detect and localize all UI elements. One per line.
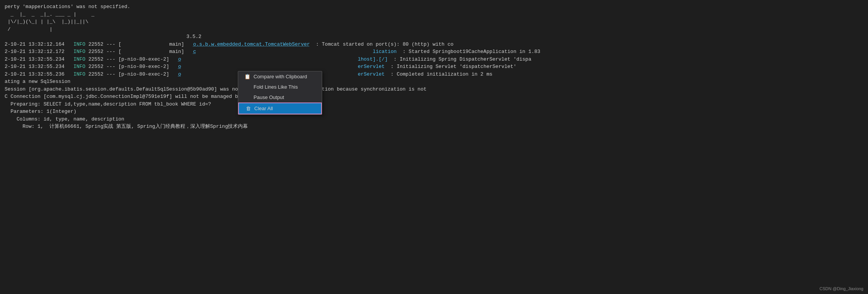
spring-banner: _ |_ _ _|_. ___ _ | _ |\/|_)(\_| | |_\ |… xyxy=(5,11,863,41)
pause-output-item[interactable]: Pause Output xyxy=(238,92,322,102)
log-line-row: Row: 1, 计算机66661, Spring实战 第五版, Spring入门… xyxy=(5,123,863,130)
watermark-text: CSDN @Ding_Jiaxiong xyxy=(820,286,864,291)
spring-version: 3.5.2 xyxy=(97,33,863,41)
csdn-watermark: CSDN @Ding_Jiaxiong xyxy=(820,286,864,291)
ascii-line-1: _ |_ _ _|_. ___ _ | _ xyxy=(5,11,863,18)
compare-clipboard-label: Compare with Clipboard xyxy=(254,74,307,79)
log-line-parameters: Parameters: 1(Integer) xyxy=(5,108,863,116)
compare-clipboard-item[interactable]: 📋 Compare with Clipboard xyxy=(238,71,322,82)
log-line-init2: 2-10-21 13:32:55.234 INFO 22552 --- [p-n… xyxy=(5,63,863,71)
log-line-completed: 2-10-21 13:32:55.236 INFO 22552 --- [p-n… xyxy=(5,71,863,78)
log-line-started: 2-10-21 13:32:12.172 INFO 22552 --- [ ma… xyxy=(5,48,863,56)
log-line-init1: 2-10-21 13:32:55.234 INFO 22552 --- [p-n… xyxy=(5,56,863,63)
pause-output-label: Pause Output xyxy=(254,94,284,100)
log-line-tomcat: 2-10-21 13:32:12.164 INFO 22552 --- [ ma… xyxy=(5,41,863,48)
clear-all-label: Clear All xyxy=(254,106,273,111)
console-container: perty 'mapperLocations' was not specifie… xyxy=(0,0,868,294)
compare-icon: 📋 xyxy=(244,74,250,79)
pause-icon xyxy=(244,94,250,100)
trash-icon: 🗑 xyxy=(245,106,251,111)
ascii-line-3: / | xyxy=(5,26,863,33)
log-line-session: Session [org.apache.ibatis.session.defau… xyxy=(5,86,863,93)
log-line-preparing: Preparing: SELECT id,type,name,descripti… xyxy=(5,101,863,108)
ascii-line-2: |\/|_)(\_| | |_\ |_)||_||\ xyxy=(5,18,863,26)
log-line-columns: Columns: id, type, name, description xyxy=(5,116,863,123)
log-line-sqlsession: ating a new SqlSession xyxy=(5,78,863,86)
clear-all-item[interactable]: 🗑 Clear All xyxy=(238,102,322,114)
fold-lines-item[interactable]: Fold Lines Like This xyxy=(238,82,322,92)
log-line-connection: C Connection [com.mysql.cj.jdbc.Connecti… xyxy=(5,93,863,101)
fold-lines-label: Fold Lines Like This xyxy=(254,84,298,90)
context-menu: 📋 Compare with Clipboard Fold Lines Like… xyxy=(238,71,322,115)
fold-icon xyxy=(244,84,250,90)
log-line-property: perty 'mapperLocations' was not specifie… xyxy=(5,3,863,11)
